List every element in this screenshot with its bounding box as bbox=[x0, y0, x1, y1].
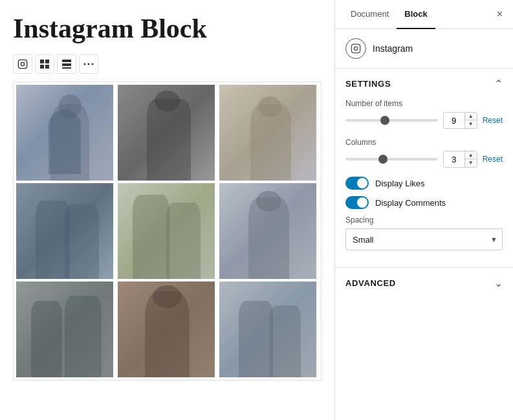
more-options-btn[interactable] bbox=[79, 54, 98, 74]
layout-list-btn[interactable] bbox=[57, 54, 76, 74]
svg-rect-4 bbox=[45, 60, 49, 63]
settings-section-header: Settings ⌃ bbox=[335, 69, 513, 96]
columns-row: ▲ ▼ Reset bbox=[345, 151, 503, 168]
instagram-block-icon bbox=[345, 38, 366, 59]
svg-rect-6 bbox=[45, 65, 49, 69]
svg-rect-3 bbox=[40, 60, 44, 63]
svg-rect-13 bbox=[351, 44, 360, 52]
advanced-section[interactable]: Advanced ⌄ bbox=[335, 268, 513, 298]
columns-reset[interactable]: Reset bbox=[483, 155, 503, 164]
display-comments-toggle[interactable] bbox=[345, 196, 369, 209]
grid-item-5 bbox=[118, 183, 215, 279]
number-of-items-row: ▲ ▼ Reset bbox=[345, 112, 503, 129]
columns-down[interactable]: ▼ bbox=[465, 159, 477, 167]
number-of-items-control: Number of items ▲ ▼ Reset bbox=[345, 99, 503, 129]
columns-slider[interactable] bbox=[345, 158, 438, 160]
svg-point-12 bbox=[92, 63, 94, 65]
svg-point-2 bbox=[25, 61, 25, 62]
grid-item-6 bbox=[219, 183, 316, 279]
grid-item-3 bbox=[219, 85, 316, 181]
svg-rect-7 bbox=[62, 60, 71, 62]
svg-point-10 bbox=[84, 63, 86, 65]
number-of-items-down[interactable]: ▼ bbox=[465, 120, 477, 128]
advanced-title: Advanced bbox=[345, 278, 396, 288]
svg-point-1 bbox=[21, 62, 24, 65]
settings-title: Settings bbox=[345, 79, 391, 89]
number-of-items-up[interactable]: ▲ bbox=[465, 113, 477, 120]
svg-rect-8 bbox=[62, 63, 71, 66]
number-of-items-spinners: ▲ ▼ bbox=[464, 113, 477, 128]
svg-point-14 bbox=[354, 47, 357, 50]
columns-up[interactable]: ▲ bbox=[465, 151, 477, 159]
settings-body: Number of items ▲ ▼ Reset Columns bbox=[335, 96, 513, 267]
svg-rect-0 bbox=[18, 60, 27, 68]
display-comments-label: Display Comments bbox=[375, 198, 446, 208]
close-button[interactable]: × bbox=[494, 6, 505, 23]
columns-input[interactable] bbox=[444, 151, 464, 167]
grid-item-1 bbox=[16, 85, 113, 181]
grid-item-7 bbox=[16, 282, 113, 377]
display-likes-toggle[interactable] bbox=[345, 177, 369, 190]
grid-item-2 bbox=[118, 85, 215, 181]
display-likes-label: Display Likes bbox=[375, 179, 425, 188]
layout-grid-btn[interactable] bbox=[35, 54, 54, 74]
sidebar-tabs: Document Block × bbox=[335, 0, 513, 29]
svg-point-11 bbox=[88, 63, 90, 65]
number-of-items-slider[interactable] bbox=[345, 119, 438, 122]
spacing-select-wrap: Small Medium Large None ▼ bbox=[345, 228, 503, 250]
sidebar: Document Block × Instagram Settings ⌃ Nu… bbox=[334, 0, 513, 420]
columns-label: Columns bbox=[345, 138, 503, 147]
columns-control: Columns ▲ ▼ Reset bbox=[345, 138, 503, 168]
display-comments-row: Display Comments bbox=[345, 196, 503, 209]
image-grid bbox=[13, 82, 322, 381]
grid-item-8 bbox=[118, 282, 215, 377]
tab-document[interactable]: Document bbox=[343, 0, 397, 29]
page-title: Instagram Block bbox=[13, 13, 322, 44]
columns-input-wrap: ▲ ▼ bbox=[443, 151, 477, 168]
settings-toggle[interactable]: ⌃ bbox=[494, 78, 503, 90]
grid-item-4 bbox=[16, 183, 113, 279]
svg-rect-5 bbox=[40, 65, 44, 69]
svg-point-15 bbox=[358, 46, 358, 47]
block-toolbar bbox=[13, 54, 322, 74]
number-of-items-input[interactable] bbox=[444, 113, 464, 128]
block-label: Instagram bbox=[373, 43, 413, 54]
grid-item-9 bbox=[219, 282, 316, 377]
display-likes-row: Display Likes bbox=[345, 177, 503, 190]
number-of-items-input-wrap: ▲ ▼ bbox=[443, 112, 477, 129]
spacing-label: Spacing bbox=[345, 216, 503, 225]
block-header: Instagram bbox=[335, 29, 513, 69]
advanced-toggle[interactable]: ⌄ bbox=[494, 277, 503, 289]
svg-rect-9 bbox=[62, 67, 71, 69]
number-of-items-label: Number of items bbox=[345, 99, 503, 108]
instagram-icon-btn[interactable] bbox=[13, 54, 32, 74]
number-of-items-reset[interactable]: Reset bbox=[483, 116, 503, 125]
tab-block[interactable]: Block bbox=[397, 0, 435, 29]
spacing-control: Spacing Small Medium Large None ▼ bbox=[345, 216, 503, 250]
columns-spinners: ▲ ▼ bbox=[464, 151, 477, 167]
main-content: Instagram Block bbox=[0, 0, 334, 420]
spacing-select[interactable]: Small Medium Large None bbox=[345, 228, 503, 250]
